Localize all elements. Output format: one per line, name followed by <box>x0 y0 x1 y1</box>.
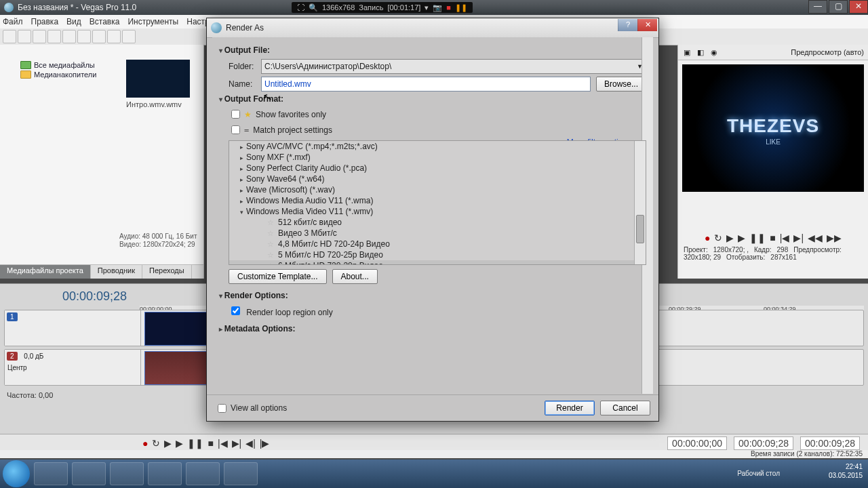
minimize-button[interactable]: — <box>808 0 827 14</box>
tab-explorer[interactable]: Проводник <box>91 265 142 279</box>
show-favorites-checkbox[interactable] <box>231 110 240 119</box>
section-metadata-options[interactable]: Metadata Options: <box>219 324 646 333</box>
recorder-pause-icon[interactable]: ❚❚ <box>455 3 467 12</box>
system-tray[interactable]: 22:41 03.05.2015 <box>829 462 863 480</box>
maximize-button[interactable]: ▢ <box>829 0 848 14</box>
section-render-options[interactable]: Render Options: <box>219 291 646 300</box>
audio-track-header[interactable]: 2 0,0 дБ Центр <box>5 350 141 385</box>
dialog-help-button[interactable]: ? <box>618 19 637 31</box>
preview-record-button[interactable]: ● <box>705 232 710 243</box>
customize-template-button[interactable]: Customize Template... <box>229 269 327 284</box>
toolbar-button[interactable] <box>92 30 106 43</box>
menu-edit[interactable]: Правка <box>31 17 59 26</box>
tree-media-drives[interactable]: Медианакопители <box>34 70 96 79</box>
format-item[interactable]: Sony Wave64 (*.w64) <box>229 174 646 184</box>
preset-item[interactable]: ☆512 кбит/с видео <box>229 217 646 228</box>
play-from-start-button[interactable]: ▶ <box>176 438 183 449</box>
toolbar-button[interactable] <box>3 30 16 43</box>
format-item-wmv[interactable]: Windows Media Video V11 (*.wmv) <box>229 206 646 217</box>
tab-transitions[interactable]: Переходы <box>142 265 192 279</box>
toolbar-button[interactable] <box>47 30 61 43</box>
scrollbar-thumb[interactable] <box>636 215 644 243</box>
start-button[interactable] <box>3 460 30 487</box>
preview-pause-button[interactable]: ❚❚ <box>749 232 766 243</box>
format-list[interactable]: Sony AVC/MVC (*.mp4;*.m2ts;*.avc) Sony M… <box>229 140 646 265</box>
time-length[interactable]: 00:00:09;28 <box>800 436 860 450</box>
render-loop-checkbox[interactable] <box>231 306 240 315</box>
format-item[interactable]: Sony AVC/MVC (*.mp4;*.m2ts;*.avc) <box>229 141 646 152</box>
preview-stop-button[interactable]: ■ <box>770 232 775 243</box>
cancel-button[interactable]: Cancel <box>600 401 650 415</box>
preview-next-button[interactable]: ▶| <box>793 232 804 243</box>
preset-item[interactable]: ☆5 Мбит/с HD 720-25p Видео <box>229 249 646 260</box>
video-clip[interactable] <box>144 312 207 346</box>
toolbar-button[interactable] <box>77 30 91 43</box>
go-end-button[interactable]: ▶| <box>232 438 242 449</box>
toolbar-button[interactable] <box>62 30 76 43</box>
about-button[interactable]: About... <box>332 269 378 284</box>
section-output-file[interactable]: Output File: <box>219 45 646 55</box>
tab-project-media[interactable]: Медиафайлы проекта <box>0 265 91 279</box>
toolbar-button[interactable] <box>107 30 121 43</box>
media-thumbnail[interactable] <box>126 60 190 98</box>
close-button[interactable]: ✕ <box>849 0 868 14</box>
video-track-header[interactable]: 1 <box>5 310 141 346</box>
format-item[interactable]: Sony Perfect Clarity Audio (*.pca) <box>229 163 646 174</box>
format-item[interactable]: Wave (Microsoft) (*.wav) <box>229 184 646 195</box>
preset-item-selected[interactable]: ☆6 Мбит/с HD 720-30p Видео <box>229 260 646 265</box>
preview-toolbar-icon[interactable]: ▣ <box>684 48 690 57</box>
render-button[interactable]: Render <box>545 401 595 415</box>
tray-desktop-label[interactable]: Рабочий стол <box>737 470 780 478</box>
toolbar-button[interactable] <box>122 30 136 43</box>
format-item[interactable]: Sony MXF (*.mxf) <box>229 152 646 163</box>
view-all-checkbox[interactable] <box>218 404 226 413</box>
section-output-format[interactable]: Output Format: <box>219 94 646 104</box>
taskbar-app[interactable] <box>34 462 68 485</box>
preview-toolbar-icon[interactable]: ◉ <box>711 48 717 57</box>
menu-tools[interactable]: Инструменты <box>127 17 178 26</box>
menu-insert[interactable]: Вставка <box>90 17 120 26</box>
preview-play-from-start-button[interactable]: ▶ <box>738 232 745 243</box>
menu-file[interactable]: Файл <box>3 17 23 26</box>
format-item[interactable]: Windows Media Audio V11 (*.wma) <box>229 195 646 206</box>
time-end[interactable]: 00:00:09;28 <box>734 436 793 450</box>
preset-item[interactable]: ☆Видео 3 Мбит/с <box>229 228 646 239</box>
recorder-stop-icon[interactable]: ■ <box>446 3 451 12</box>
taskbar-app[interactable] <box>186 462 220 485</box>
go-start-button[interactable]: |◀ <box>218 438 228 449</box>
preview-prev-button[interactable]: |◀ <box>780 232 790 243</box>
status-bar: Время записи (2 каналов): 72:52:35 <box>0 450 868 458</box>
star-icon: ☆ <box>267 229 274 238</box>
toolbar-button[interactable] <box>18 30 31 43</box>
step-back-button[interactable]: ◀| <box>245 438 256 449</box>
taskbar-app[interactable] <box>224 462 258 485</box>
menu-view[interactable]: Вид <box>66 17 81 26</box>
browse-button[interactable]: Browse... <box>596 77 646 92</box>
preset-item[interactable]: ☆4,8 Мбит/с HD 720-24p Видео <box>229 239 646 249</box>
tree-all-media[interactable]: Все медиафайлы <box>34 61 95 69</box>
loop-button[interactable]: ↻ <box>152 438 160 449</box>
dialog-close-button[interactable]: ✕ <box>637 19 657 31</box>
taskbar-app[interactable] <box>148 462 182 485</box>
time-start[interactable]: 00:00:00;00 <box>667 436 727 450</box>
play-button[interactable]: ▶ <box>164 438 172 449</box>
preview-quality-dropdown[interactable]: Предпросмотр (авто) <box>791 48 864 56</box>
taskbar-app[interactable] <box>72 462 106 485</box>
preview-skip-fwd-button[interactable]: ▶▶ <box>827 232 842 243</box>
name-input[interactable] <box>261 77 591 92</box>
dialog-title-bar[interactable]: Render As ? ✕ <box>207 18 658 38</box>
match-project-checkbox[interactable] <box>231 125 240 134</box>
format-scrollbar[interactable] <box>634 141 646 264</box>
stop-button[interactable]: ■ <box>208 438 213 449</box>
preview-skip-back-button[interactable]: ◀◀ <box>808 232 823 243</box>
toolbar-button[interactable] <box>33 30 46 43</box>
pause-button[interactable]: ❚❚ <box>187 438 203 449</box>
step-fwd-button[interactable]: |▶ <box>260 438 270 449</box>
preview-toolbar-icon[interactable]: ◧ <box>697 48 704 57</box>
audio-clip[interactable] <box>144 351 207 385</box>
preview-play-button[interactable]: ▶ <box>726 232 734 243</box>
preview-loop-button[interactable]: ↻ <box>714 232 722 243</box>
folder-combo[interactable]: C:\Users\Администратор\Desktop\ ▼ <box>261 59 646 74</box>
taskbar-app[interactable] <box>110 462 144 485</box>
record-button[interactable]: ● <box>142 438 148 449</box>
